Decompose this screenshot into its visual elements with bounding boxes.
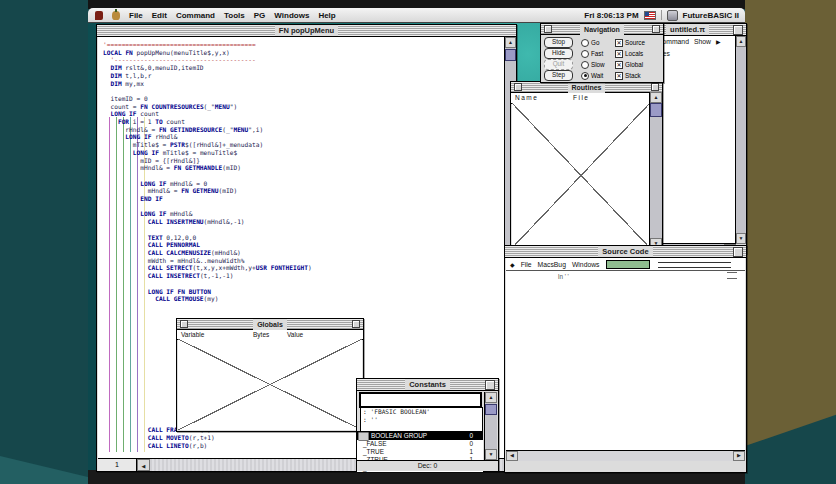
stop-button[interactable]: Stop <box>544 37 573 48</box>
code-line[interactable]: TEXT 0,12,0,0 <box>103 234 504 242</box>
runtime-menu-windows[interactable]: Windows <box>572 261 600 268</box>
code-line[interactable]: LONG IF mHndl& = 0 <box>103 180 504 188</box>
code-line[interactable]: CALL INSETRECT(t,-1,-1) <box>103 272 504 280</box>
code-line[interactable]: count = FN COUNTRESOURCES(_"MENU") <box>103 103 504 111</box>
menu-tools[interactable]: Tools <box>224 11 245 20</box>
column-variable[interactable]: Variable <box>181 331 204 338</box>
code-line[interactable]: LONG IF FN BUTTON <box>103 288 504 296</box>
menu-command[interactable]: Command <box>176 11 215 20</box>
code-line[interactable]: mTitle$ = PSTR$([rHndl&]+_menudata) <box>103 141 504 149</box>
column-bytes[interactable]: Bytes <box>253 331 269 338</box>
code-line[interactable]: itemID = 0 <box>103 95 504 103</box>
us-flag-icon[interactable] <box>644 11 656 20</box>
menu-file[interactable]: File <box>129 11 143 20</box>
code-line[interactable]: '-------------------------------------- <box>103 56 504 64</box>
column-file[interactable]: File <box>573 94 589 101</box>
radio-icon[interactable] <box>581 72 589 80</box>
step-button[interactable]: Step <box>544 70 573 81</box>
scroll-up-icon[interactable]: ▲ <box>505 37 516 48</box>
close-box-icon[interactable] <box>514 83 522 91</box>
code-line[interactable]: CALL PENNORMAL <box>103 241 504 249</box>
scroll-up-icon[interactable]: ▲ <box>650 92 662 103</box>
globals-list[interactable] <box>178 339 362 430</box>
code-line[interactable] <box>103 203 504 211</box>
scroll-right-icon[interactable]: ▶ <box>733 451 745 461</box>
runtime-menu-macsbug[interactable]: MacsBug <box>538 261 566 268</box>
apple-icon[interactable]: ◆ <box>510 261 515 268</box>
scrollbar-thumb[interactable] <box>505 49 516 61</box>
hide-button[interactable]: Hide <box>544 48 573 59</box>
code-line[interactable]: CALL CALCMENUSIZE(mHndl&) <box>103 249 504 257</box>
scroll-right-icon[interactable]: ▶ <box>716 38 721 45</box>
scroll-up-icon[interactable]: ▲ <box>485 392 497 403</box>
code-line[interactable]: rHndl& = FN GETINDRESOURCE(_"MENU",i) <box>103 126 504 134</box>
code-line[interactable]: CALL SETRECT(t,x,y,x+mWdth,y+USR FONTHEI… <box>103 264 504 272</box>
constant-row[interactable]: _TRUE1 <box>357 448 483 456</box>
project-vertical-scrollbar[interactable]: ▲ ▼ <box>735 36 746 244</box>
code-line[interactable]: LONG IF count <box>103 110 504 118</box>
code-line[interactable]: mHndl& = FN GETMENU(mID) <box>103 187 504 195</box>
code-line[interactable] <box>103 87 504 95</box>
code-line[interactable]: CALL INSERTMENU(mHndl&,-1) <box>103 218 504 226</box>
menu-edit[interactable]: Edit <box>152 11 167 20</box>
scroll-down-icon[interactable]: ▼ <box>736 233 746 244</box>
code-line[interactable]: DIM t,l,b,r <box>103 72 504 80</box>
zoom-box-icon[interactable] <box>733 25 743 35</box>
checkbox-checked-icon[interactable]: ✕ <box>615 61 623 69</box>
radio-fast[interactable]: Fast <box>581 50 615 58</box>
code-line[interactable] <box>103 303 504 311</box>
futurebasic-app-icon[interactable] <box>667 10 678 21</box>
code-line[interactable]: LOCAL FN popUpMenu(menuTitle$,y,x) <box>103 49 504 57</box>
globals-title-bar[interactable]: Globals <box>177 319 363 330</box>
checkbox-checked-icon[interactable]: ✕ <box>615 39 623 47</box>
zoom-box-icon[interactable] <box>352 320 360 328</box>
zoom-box-icon[interactable] <box>651 83 659 91</box>
column-value[interactable]: Value <box>287 331 303 338</box>
radio-wait[interactable]: Wait <box>581 72 615 80</box>
menu-pg[interactable]: PG <box>254 11 266 20</box>
routines-vertical-scrollbar[interactable]: ▲ ▼ <box>649 92 662 249</box>
zoom-box-icon[interactable] <box>652 25 660 33</box>
close-box-icon[interactable] <box>544 25 552 33</box>
zoom-box-icon[interactable] <box>485 380 495 390</box>
menu-help[interactable]: Help <box>318 11 335 20</box>
project-menu-show[interactable]: Show <box>694 38 711 45</box>
scroll-left-icon[interactable]: ◀ <box>137 459 150 471</box>
scroll-up-icon[interactable]: ▲ <box>736 36 746 47</box>
radio-icon[interactable] <box>581 61 589 69</box>
routines-title-bar[interactable]: Routines <box>511 82 662 93</box>
radio-go[interactable]: Go <box>581 39 615 47</box>
checkbox-source[interactable]: ✕Source <box>615 39 645 47</box>
code-line[interactable] <box>103 226 504 234</box>
constants-search-input[interactable] <box>360 393 481 407</box>
runtime-menu-file[interactable]: File <box>521 261 532 268</box>
script-icon[interactable] <box>95 11 103 20</box>
radio-slow[interactable]: Slow <box>581 61 615 69</box>
scroll-left-icon[interactable]: ◀ <box>506 451 518 461</box>
apple-menu-icon[interactable] <box>112 11 120 20</box>
column-name[interactable]: Name <box>515 94 538 101</box>
constant-row[interactable]: _FALSE0 <box>357 440 483 448</box>
quit-button[interactable]: Quit <box>544 59 573 70</box>
constants-title-bar[interactable]: Constants <box>357 379 498 391</box>
code-line[interactable]: END IF <box>103 195 504 203</box>
code-line[interactable] <box>103 280 504 288</box>
editor-title-bar[interactable]: FN popUpMenu <box>97 25 516 37</box>
line-number-cell[interactable]: 1 <box>98 459 137 471</box>
radio-icon[interactable] <box>581 50 589 58</box>
code-line[interactable]: LONG IF mTitle$ = menuTitle$ <box>103 149 504 157</box>
constant-row[interactable]: BOOLEAN GROUP0 <box>357 431 483 440</box>
checkbox-locals[interactable]: ✕Locals <box>615 50 643 58</box>
navigation-title-bar[interactable]: Navigation <box>541 24 663 35</box>
code-line[interactable]: DIM rslt&,0,menuID,itemID <box>103 64 504 72</box>
code-line[interactable]: mID = {[rHndl&]} <box>103 157 504 165</box>
scrollbar-thumb[interactable] <box>650 103 662 117</box>
code-line[interactable]: mHndl& = FN GETMHANDLE(mID) <box>103 164 504 172</box>
code-line[interactable]: DIM my,mx <box>103 80 504 88</box>
checkbox-global[interactable]: ✕Global <box>615 61 643 69</box>
checkbox-stack[interactable]: ✕Stack <box>615 72 641 80</box>
source-horizontal-scrollbar[interactable]: ◀ ▶ <box>506 450 745 461</box>
code-line[interactable]: CALL GETMOUSE(my) <box>103 295 504 303</box>
checkbox-checked-icon[interactable]: ✕ <box>615 72 623 80</box>
code-line[interactable]: '=======================================… <box>103 41 504 49</box>
